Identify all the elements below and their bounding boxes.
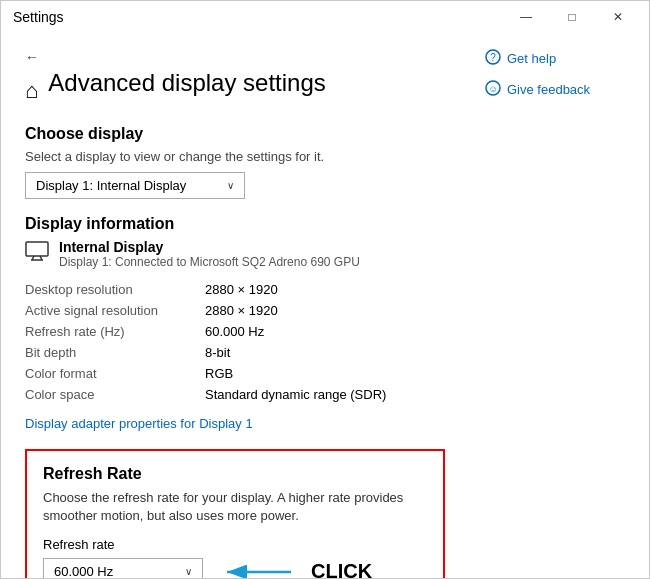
display-info-header: Internal Display Display 1: Connected to… xyxy=(25,239,445,269)
monitor-icon xyxy=(25,241,49,264)
info-value: Standard dynamic range (SDR) xyxy=(205,384,445,405)
display-name: Internal Display xyxy=(59,239,360,255)
arrow-container: CLICK xyxy=(219,560,372,578)
info-label: Refresh rate (Hz) xyxy=(25,321,205,342)
info-value: RGB xyxy=(205,363,445,384)
refresh-rate-dropdown[interactable]: 60.000 Hz ∨ xyxy=(43,558,203,578)
dropdown-chevron-icon: ∨ xyxy=(227,180,234,191)
refresh-rate-label: Refresh rate xyxy=(43,537,427,552)
sidebar-right: ? Get help ☺ Give feedback xyxy=(469,33,649,578)
settings-window: Settings — □ ✕ ← ⌂ Advanced display sett… xyxy=(0,0,650,579)
title-bar-left: Settings xyxy=(13,9,64,25)
give-feedback-label: Give feedback xyxy=(507,82,590,97)
close-button[interactable]: ✕ xyxy=(595,1,641,33)
choose-display-subtitle: Select a display to view or change the s… xyxy=(25,149,445,164)
svg-text:?: ? xyxy=(490,52,496,63)
table-row: Color spaceStandard dynamic range (SDR) xyxy=(25,384,445,405)
info-value: 8-bit xyxy=(205,342,445,363)
back-icon[interactable]: ← xyxy=(25,49,39,65)
table-row: Refresh rate (Hz)60.000 Hz xyxy=(25,321,445,342)
refresh-rate-row: 60.000 Hz ∨ CLICK xyxy=(43,558,427,578)
back-navigation[interactable]: ← xyxy=(25,49,445,65)
refresh-rate-title: Refresh Rate xyxy=(43,465,427,483)
svg-text:☺: ☺ xyxy=(488,84,497,94)
give-feedback-icon: ☺ xyxy=(485,80,501,99)
table-row: Color formatRGB xyxy=(25,363,445,384)
page-title: Advanced display settings xyxy=(48,69,326,97)
info-label: Bit depth xyxy=(25,342,205,363)
info-label: Desktop resolution xyxy=(25,279,205,300)
get-help-label: Get help xyxy=(507,51,556,66)
refresh-rate-section: Refresh Rate Choose the refresh rate for… xyxy=(25,449,445,578)
info-value: 2880 × 1920 xyxy=(205,300,445,321)
get-help-icon: ? xyxy=(485,49,501,68)
main-content: ← ⌂ Advanced display settings Choose dis… xyxy=(1,33,469,578)
adapter-properties-link[interactable]: Display adapter properties for Display 1 xyxy=(25,416,253,431)
click-label: CLICK xyxy=(311,560,372,578)
table-row: Active signal resolution2880 × 1920 xyxy=(25,300,445,321)
info-label: Color space xyxy=(25,384,205,405)
display-select-dropdown[interactable]: Display 1: Internal Display ∨ xyxy=(25,172,245,199)
display-info-text: Internal Display Display 1: Connected to… xyxy=(59,239,360,269)
display-information-section: Display information Internal Display Dis… xyxy=(25,215,445,445)
display-select-value: Display 1: Internal Display xyxy=(36,178,186,193)
refresh-dropdown-chevron-icon: ∨ xyxy=(185,566,192,577)
choose-display-section: Choose display Select a display to view … xyxy=(25,125,445,199)
table-row: Bit depth8-bit xyxy=(25,342,445,363)
maximize-button[interactable]: □ xyxy=(549,1,595,33)
title-bar-controls: — □ ✕ xyxy=(503,1,641,33)
table-row: Desktop resolution2880 × 1920 xyxy=(25,279,445,300)
refresh-rate-description: Choose the refresh rate for your display… xyxy=(43,489,427,525)
display-sub: Display 1: Connected to Microsoft SQ2 Ad… xyxy=(59,255,360,269)
title-bar-title: Settings xyxy=(13,9,64,25)
display-info-title: Display information xyxy=(25,215,445,233)
get-help-link[interactable]: ? Get help xyxy=(485,49,633,68)
give-feedback-link[interactable]: ☺ Give feedback xyxy=(485,80,633,99)
title-bar: Settings — □ ✕ xyxy=(1,1,649,33)
svg-rect-0 xyxy=(26,242,48,256)
content-area: ← ⌂ Advanced display settings Choose dis… xyxy=(1,33,649,578)
info-value: 2880 × 1920 xyxy=(205,279,445,300)
info-label: Color format xyxy=(25,363,205,384)
display-info-table: Desktop resolution2880 × 1920Active sign… xyxy=(25,279,445,405)
home-icon: ⌂ xyxy=(25,78,38,104)
info-label: Active signal resolution xyxy=(25,300,205,321)
info-value: 60.000 Hz xyxy=(205,321,445,342)
minimize-button[interactable]: — xyxy=(503,1,549,33)
refresh-rate-value: 60.000 Hz xyxy=(54,564,113,578)
choose-display-title: Choose display xyxy=(25,125,445,143)
click-arrow-icon xyxy=(219,560,299,578)
